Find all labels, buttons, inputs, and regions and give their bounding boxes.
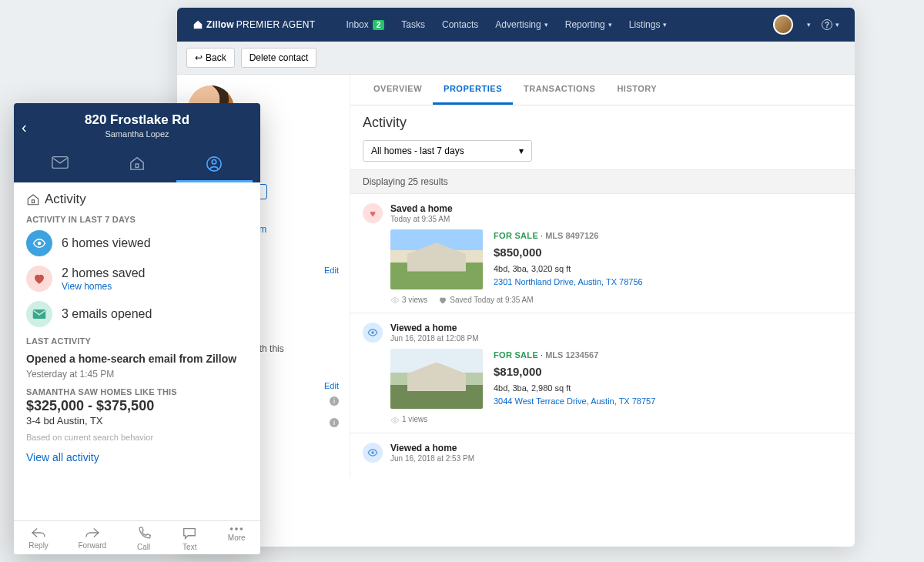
heart-icon: ♥ [363,203,383,223]
chevron-down-icon: ▾ [608,21,612,28]
eye-icon [26,230,52,256]
svg-rect-5 [136,164,139,168]
eye-icon [363,443,383,463]
listing-thumbnail[interactable] [390,349,483,409]
mobile-section-label: ACTIVITY IN LAST 7 DAYS [26,215,248,224]
heart-icon [26,266,52,292]
mobile-row-emails: 3 emails opened [26,301,248,327]
views-meta: 3 views [390,296,427,305]
call-button[interactable]: Call [136,526,152,551]
eye-icon [363,323,383,343]
svg-rect-4 [52,157,68,169]
top-nav: Zillow PREMIER AGENT Inbox 2 Tasks Conta… [177,8,855,42]
edit-link[interactable]: Edit [324,381,339,390]
activity-title: Viewed a home [390,443,842,453]
mobile-body: Activity ACTIVITY IN LAST 7 DAYS 6 homes… [14,182,260,520]
activity-time: Today at 9:35 AM [390,215,842,223]
forward-button[interactable]: Forward [78,526,106,551]
svg-point-13 [240,528,243,530]
mobile-tab-home[interactable] [99,148,176,182]
back-button[interactable]: ↩Back [186,48,235,68]
nav-advertising[interactable]: Advertising▾ [495,19,547,30]
help-icon[interactable]: ?▾ [822,19,839,30]
activity-panel: OVERVIEW PROPERTIES TRANSACTIONS HISTORY… [350,75,855,478]
listing-address[interactable]: 3044 West Terrace Drive, Austin, TX 7875… [494,395,655,408]
activity-item: Viewed a home Jun 16, 2018 at 12:08 PM F… [350,313,855,433]
info-icon[interactable]: i [330,396,339,406]
listing-address[interactable]: 2301 Northland Drive, Austin, TX 78756 [494,276,643,289]
svg-point-2 [394,419,397,421]
view-all-activity-link[interactable]: View all activity [26,451,248,463]
mobile-section-label: LAST ACTIVITY [26,336,248,346]
nav-inbox[interactable]: Inbox 2 [346,19,384,30]
mobile-activity-heading: Activity [26,192,248,207]
views-meta: 1 views [390,415,427,424]
svg-point-9 [38,242,42,246]
brand-sub: PREMIER AGENT [236,19,316,30]
listing-thumbnail[interactable] [390,229,483,289]
desktop-window: Zillow PREMIER AGENT Inbox 2 Tasks Conta… [177,8,855,547]
activity-item: ♥ Saved a home Today at 9:35 AM FOR SALE… [350,194,855,313]
svg-point-11 [230,528,233,530]
listing-price: $850,000 [494,244,643,262]
nav-reporting[interactable]: Reporting▾ [565,19,612,30]
mobile-header: ‹ 820 Frostlake Rd Samantha Lopez [14,103,260,182]
tab-properties[interactable]: PROPERTIES [433,75,513,105]
nav-listings[interactable]: Listings▾ [629,19,668,30]
mail-icon [26,301,52,327]
inbox-badge: 2 [373,20,385,30]
mobile-panel: ‹ 820 Frostlake Rd Samantha Lopez Activi… [14,103,260,554]
edit-link[interactable]: Edit [324,266,339,275]
activity-item: Viewed a home Jun 16, 2018 at 2:53 PM [350,433,855,470]
tab-transactions[interactable]: TRANSACTIONS [513,75,606,105]
nav-contacts[interactable]: Contacts [442,19,478,30]
action-toolbar: ↩Back Delete contact [177,42,855,74]
listing-specs: 4bd, 3ba, 2,980 sq ft [494,382,655,395]
svg-point-1 [371,332,374,335]
reply-button[interactable]: Reply [28,526,49,551]
mobile-tab-person[interactable] [176,148,253,182]
mobile-row-saved: 2 homes saved View homes [26,266,248,292]
tab-history[interactable]: HISTORY [606,75,668,105]
mobile-row-viewed: 6 homes viewed [26,230,248,256]
activity-heading: Activity [350,105,855,135]
listing-price: $819,000 [494,363,655,381]
mobile-last-activity: Opened a home-search email from Zillow Y… [26,352,248,442]
activity-title: Viewed a home [390,323,842,333]
mobile-contact-name: Samantha Lopez [22,129,253,139]
home-icon [26,192,40,206]
detail-tabs: OVERVIEW PROPERTIES TRANSACTIONS HISTORY [350,75,855,105]
price-range: $325,000 - $375,500 [26,398,248,414]
chevron-down-icon[interactable]: ▾ [807,21,811,28]
chevron-down-icon: ▾ [663,21,667,28]
back-arrow-icon: ↩ [195,52,203,63]
mobile-footer: Reply Forward Call Text More [14,520,260,554]
chevron-down-icon: ▾ [519,146,524,156]
mobile-tab-mail[interactable] [22,148,99,182]
listing-specs: 4bd, 3ba, 3,020 sq ft [494,263,643,276]
saved-meta: Saved Today at 9:35 AM [438,296,533,305]
activity-title: Saved a home [390,203,842,214]
text-button[interactable]: Text [181,526,198,551]
chevron-down-icon: ▾ [544,21,548,28]
more-button[interactable]: More [228,526,246,551]
svg-rect-8 [32,200,35,203]
svg-point-3 [371,451,374,454]
delete-contact-button[interactable]: Delete contact [241,48,317,68]
view-homes-link[interactable]: View homes [62,281,146,292]
results-count: Displaying 25 results [350,169,855,194]
activity-time: Jun 16, 2018 at 12:08 PM [390,334,842,343]
mobile-address: 820 Frostlake Rd [22,112,253,128]
svg-point-7 [212,160,216,165]
info-icon[interactable]: i [330,418,339,427]
brand-main: Zillow [206,19,234,30]
activity-filter-dropdown[interactable]: All homes - last 7 days ▾ [363,140,532,162]
tab-overview[interactable]: OVERVIEW [363,75,433,105]
activity-time: Jun 16, 2018 at 2:53 PM [390,454,842,463]
svg-point-12 [236,528,238,530]
brand-logo[interactable]: Zillow PREMIER AGENT [192,19,315,30]
svg-point-0 [394,299,397,302]
user-avatar[interactable] [773,15,793,35]
nav-tasks[interactable]: Tasks [401,19,425,30]
